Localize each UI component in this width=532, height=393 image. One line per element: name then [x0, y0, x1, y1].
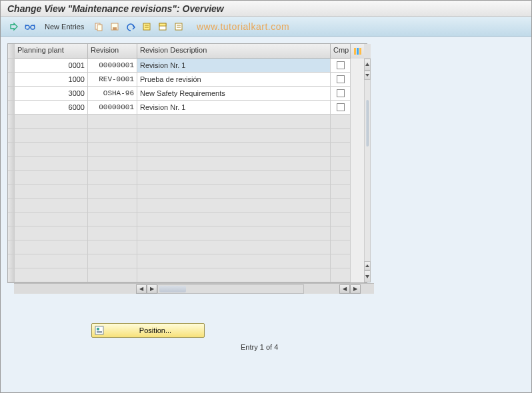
row-selector[interactable] — [8, 171, 15, 185]
position-button[interactable]: Position... — [91, 323, 205, 338]
checkbox[interactable] — [337, 61, 345, 69]
horizontal-scrollbar[interactable]: ◀ ▶ ◀ ▶ — [14, 283, 374, 294]
cell-plant[interactable]: 3000 — [15, 87, 88, 101]
cell-description — [137, 212, 331, 226]
cell-cmp[interactable] — [331, 101, 351, 115]
row-selector[interactable] — [8, 73, 15, 87]
table-row[interactable]: 3000OSHA-96 New Safety Requirements — [15, 87, 364, 101]
row-selector[interactable] — [8, 212, 15, 226]
cell-description — [137, 240, 331, 254]
table-row — [15, 268, 364, 282]
row-selector-corner[interactable] — [8, 44, 15, 59]
table-row — [15, 171, 364, 185]
hscroll-thumb[interactable] — [159, 286, 186, 292]
toggle-icon[interactable] — [7, 20, 21, 33]
cell-revision — [88, 171, 137, 185]
cell-plant — [15, 226, 88, 240]
col-header-desc[interactable]: Revision Description — [137, 44, 331, 59]
new-entries-button[interactable]: New Entries — [39, 21, 89, 32]
scroll-up-icon[interactable] — [364, 59, 371, 71]
copy-icon[interactable] — [92, 20, 105, 33]
cell-plant[interactable]: 1000 — [15, 73, 88, 87]
undo-icon[interactable] — [124, 20, 137, 33]
cell-plant — [15, 143, 88, 157]
row-selector[interactable] — [8, 101, 15, 115]
col-header-cmp[interactable]: Cmp — [331, 44, 351, 59]
scroll-thumb[interactable] — [366, 100, 369, 147]
hscroll-left-end-icon[interactable]: ◀ — [339, 284, 350, 294]
svg-rect-3 — [97, 25, 102, 31]
cell-description[interactable]: New Safety Requirements — [137, 87, 331, 101]
save-var-icon[interactable] — [108, 20, 121, 33]
cell-plant[interactable]: 6000 — [15, 101, 88, 115]
cell-cmp[interactable] — [331, 59, 351, 73]
cell-cmp[interactable] — [331, 73, 351, 87]
row-selector[interactable] — [8, 157, 15, 171]
hscroll-left-icon[interactable]: ◀ — [136, 284, 147, 294]
table-row — [15, 129, 364, 143]
cell-plant — [15, 157, 88, 171]
row-selector[interactable] — [8, 185, 15, 198]
row-selector[interactable] — [8, 59, 15, 73]
cell-revision — [88, 115, 137, 129]
cell-revision[interactable]: REV-0001 — [88, 73, 137, 87]
cell-cmp — [331, 212, 351, 226]
row-selector[interactable] — [8, 226, 15, 240]
cell-description[interactable]: Revision Nr. 1 — [137, 59, 331, 73]
cell-plant — [15, 268, 88, 282]
hscroll-right-end-icon[interactable]: ▶ — [350, 284, 361, 294]
table-row[interactable]: 000100000001Revision Nr. 1 — [15, 59, 364, 73]
table-row — [15, 212, 364, 226]
deselect-all-icon[interactable] — [172, 20, 185, 33]
grid-header: Planning plant Revision Revision Descrip… — [15, 44, 364, 59]
cell-revision[interactable]: OSHA-96 — [88, 87, 137, 101]
table-row[interactable]: 1000REV-0001Prueba de revisión — [15, 73, 364, 87]
row-selector[interactable] — [8, 143, 15, 157]
position-label: Position... — [109, 326, 201, 334]
glasses-icon[interactable] — [23, 20, 37, 33]
scroll-track[interactable] — [364, 80, 371, 261]
cell-revision[interactable]: 00000001 — [88, 101, 137, 115]
cell-plant — [15, 240, 88, 254]
cell-revision[interactable]: 00000001 — [88, 59, 137, 73]
checkbox[interactable] — [337, 103, 345, 111]
row-selector[interactable] — [8, 254, 15, 268]
cell-plant — [15, 129, 88, 143]
cell-cmp[interactable] — [331, 87, 351, 101]
vertical-scrollbar[interactable] — [364, 44, 371, 282]
svg-rect-11 — [175, 23, 182, 30]
row-selector[interactable] — [8, 240, 15, 254]
col-header-revision[interactable]: Revision — [88, 44, 137, 59]
page-title: Change View "Maintenance revisions": Ove… — [7, 3, 224, 14]
cell-description — [137, 115, 331, 129]
checkbox[interactable] — [337, 75, 345, 83]
cell-plant[interactable]: 0001 — [15, 59, 88, 73]
cell-description[interactable]: Prueba de revisión — [137, 73, 331, 87]
row-selector[interactable] — [8, 129, 15, 143]
table-row[interactable]: 600000000001Revision Nr. 1 — [15, 101, 364, 115]
hscroll-right-step-icon[interactable]: ▶ — [147, 284, 157, 294]
config-columns-icon[interactable] — [351, 44, 364, 59]
cell-revision — [88, 254, 137, 268]
hscroll-track[interactable] — [157, 284, 304, 294]
toolbar: New Entries www.tutorialkart.com — [1, 17, 531, 37]
row-selector[interactable] — [8, 87, 15, 101]
cell-description[interactable]: Revision Nr. 1 — [137, 101, 331, 115]
row-selector[interactable] — [8, 268, 15, 282]
row-selector[interactable] — [8, 198, 15, 212]
scroll-down-small-icon[interactable] — [364, 71, 371, 80]
cell-cmp — [331, 143, 351, 157]
cell-description — [137, 171, 331, 185]
checkbox[interactable] — [337, 89, 345, 97]
col-header-plant[interactable]: Planning plant — [15, 44, 88, 59]
select-all-icon[interactable] — [140, 20, 153, 33]
scroll-up-small-icon[interactable] — [364, 261, 371, 270]
select-block-icon[interactable] — [156, 20, 169, 33]
row-selector[interactable] — [8, 115, 15, 129]
table-row — [15, 185, 364, 198]
cell-revision — [88, 198, 137, 212]
cell-cmp — [331, 157, 351, 171]
cell-plant — [15, 115, 88, 129]
cell-cmp — [331, 254, 351, 268]
scroll-down-icon[interactable] — [364, 270, 371, 282]
